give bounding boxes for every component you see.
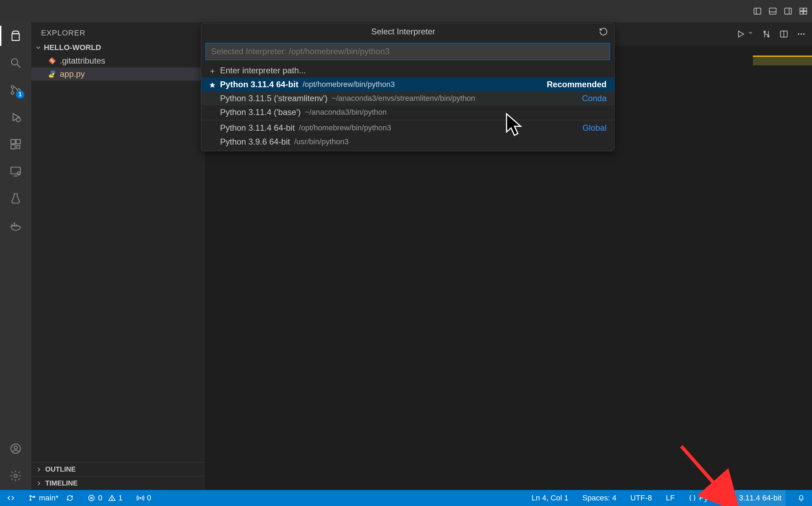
svg-point-24 xyxy=(17,172,21,175)
enter-path-label: Enter interpreter path... xyxy=(220,66,306,75)
cursor-position-text: Ln 4, Col 1 xyxy=(531,493,568,503)
customize-layout-icon[interactable] xyxy=(799,7,808,16)
accounts-icon[interactable] xyxy=(8,441,23,456)
problems-indicator[interactable]: 0 1 xyxy=(86,490,125,506)
explorer-icon[interactable] xyxy=(8,28,23,43)
picker-title: Select Interpreter xyxy=(208,27,599,36)
ports-count: 0 xyxy=(147,493,151,503)
sync-button[interactable] xyxy=(64,490,76,506)
scm-badge: 1 xyxy=(16,90,24,99)
outline-section[interactable]: OUTLINE xyxy=(31,462,205,476)
refresh-icon[interactable] xyxy=(599,27,608,36)
eol-text: LF xyxy=(666,493,675,503)
source-control-icon[interactable]: 1 xyxy=(8,83,23,97)
svg-rect-2 xyxy=(769,8,776,14)
indentation-text: Spaces: 4 xyxy=(582,493,616,503)
interpreter-label: Python 3.11.4 ('base') xyxy=(220,107,301,117)
interpreter-path: /usr/bin/python3 xyxy=(294,137,349,146)
panel-bottom-icon[interactable] xyxy=(768,7,777,16)
svg-point-41 xyxy=(801,33,802,35)
outline-label: OUTLINE xyxy=(45,465,76,473)
remote-explorer-icon[interactable] xyxy=(8,164,23,179)
file-row[interactable]: .gitattributes xyxy=(31,54,205,67)
run-debug-icon[interactable] xyxy=(8,110,23,124)
branch-name: main* xyxy=(39,493,58,503)
interpreter-tag: Conda xyxy=(582,93,607,103)
bell-icon xyxy=(797,494,805,502)
chevron-down-icon[interactable] xyxy=(747,30,754,39)
indentation[interactable]: Spaces: 4 xyxy=(580,490,618,506)
timeline-label: TIMELINE xyxy=(45,479,78,487)
svg-marker-45 xyxy=(210,82,216,88)
panel-right-icon[interactable] xyxy=(783,7,793,16)
testing-icon[interactable] xyxy=(8,191,23,206)
svg-rect-28 xyxy=(14,222,15,224)
encoding[interactable]: UTF-8 xyxy=(628,490,654,506)
branch-icon xyxy=(29,494,36,502)
git-branch[interactable]: main* xyxy=(26,490,60,506)
title-bar xyxy=(0,0,812,22)
file-name: app.py xyxy=(60,69,85,79)
svg-point-30 xyxy=(14,446,17,449)
interpreter-tag: Recommended xyxy=(547,80,607,89)
extensions-icon[interactable] xyxy=(8,137,23,152)
separator xyxy=(201,120,614,120)
file-name: .gitattributes xyxy=(60,56,105,66)
compare-changes-icon[interactable] xyxy=(762,30,771,39)
svg-rect-18 xyxy=(11,140,15,144)
picker-header: Select Interpreter xyxy=(201,23,614,40)
panel-left-icon[interactable] xyxy=(753,7,762,16)
interpreter-option[interactable]: Python 3.11.4 ('base') ~/anaconda3/bin/p… xyxy=(201,105,614,119)
editor-actions xyxy=(736,30,806,39)
interpreter-option[interactable]: Python 3.11.4 64-bit /opt/homebrew/bin/p… xyxy=(201,121,614,135)
cursor-position[interactable]: Ln 4, Col 1 xyxy=(529,490,570,506)
timeline-section[interactable]: TIMELINE xyxy=(31,476,205,490)
interpreter-search-input[interactable] xyxy=(205,43,610,60)
folder-name: HELLO-WORLD xyxy=(44,43,101,52)
more-icon[interactable] xyxy=(797,30,806,39)
sidebar-title: EXPLORER xyxy=(31,22,205,41)
error-count: 0 xyxy=(98,493,102,503)
svg-point-31 xyxy=(14,474,17,478)
activity-bar: 1 xyxy=(0,22,31,490)
layout-controls xyxy=(753,7,808,16)
svg-line-12 xyxy=(17,65,21,68)
folder-header[interactable]: HELLO-WORLD xyxy=(31,41,205,54)
search-icon[interactable] xyxy=(8,56,23,70)
svg-rect-8 xyxy=(800,11,803,14)
interpreter-text: 3.11.4 64-bit xyxy=(739,493,781,503)
split-editor-icon[interactable] xyxy=(779,30,788,39)
notifications-bell[interactable] xyxy=(795,490,807,506)
interpreter-label: Python 3.9.6 64-bit xyxy=(220,137,290,147)
docker-icon[interactable] xyxy=(8,218,23,233)
file-row[interactable]: app.py xyxy=(31,67,205,81)
interpreter-option[interactable]: Python 3.11.5 ('streamlitenv') ~/anacond… xyxy=(201,91,614,105)
select-interpreter-picker: Select Interpreter Enter interpreter pat… xyxy=(201,23,615,151)
interpreter-path: ~/anaconda3/bin/python xyxy=(305,108,387,117)
warning-count: 1 xyxy=(119,493,123,503)
svg-rect-21 xyxy=(17,145,20,148)
git-file-icon xyxy=(48,57,56,65)
ports-indicator[interactable]: 0 xyxy=(135,490,153,506)
interpreter-label: Python 3.11.4 64-bit xyxy=(220,123,295,133)
run-icon[interactable] xyxy=(736,30,745,39)
svg-point-48 xyxy=(30,499,31,501)
settings-gear-icon[interactable] xyxy=(8,468,23,483)
interpreter-path: /opt/homebrew/bin/python3 xyxy=(299,123,391,132)
svg-point-13 xyxy=(11,85,14,88)
chevron-right-icon xyxy=(35,466,42,473)
interpreter-option[interactable]: Python 3.11.4 64-bit /opt/homebrew/bin/p… xyxy=(201,77,614,91)
language-mode[interactable]: Python xyxy=(687,490,725,506)
svg-point-40 xyxy=(798,33,799,35)
star-icon xyxy=(209,81,216,88)
eol[interactable]: LF xyxy=(664,490,677,506)
svg-point-14 xyxy=(11,92,14,95)
interpreter-path: /opt/homebrew/bin/python3 xyxy=(302,80,395,89)
chevron-down-icon xyxy=(35,44,42,51)
enter-interpreter-path[interactable]: Enter interpreter path... xyxy=(201,64,614,77)
python-interpreter[interactable]: 3.11.4 64-bit xyxy=(735,490,786,506)
remote-indicator[interactable] xyxy=(5,490,17,506)
svg-rect-19 xyxy=(16,140,21,144)
interpreter-path: ~/anaconda3/envs/streamlitenv/bin/python xyxy=(332,94,475,103)
interpreter-option[interactable]: Python 3.9.6 64-bit /usr/bin/python3 xyxy=(201,135,614,151)
